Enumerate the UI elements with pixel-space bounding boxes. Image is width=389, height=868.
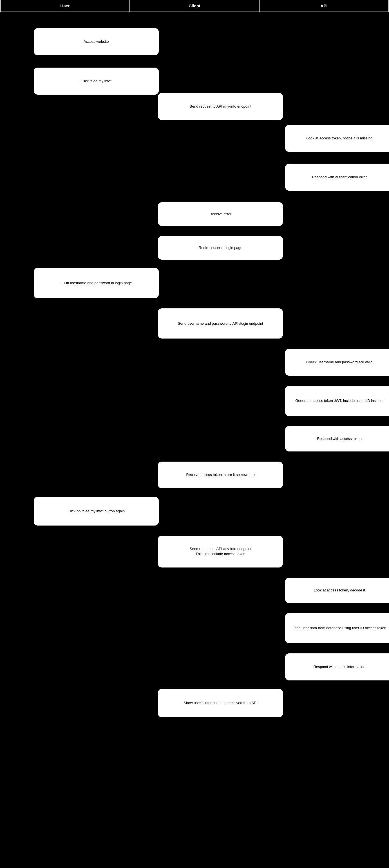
receive-error: Receive error <box>158 202 283 226</box>
redirect-login: Redirect user to login page <box>158 236 283 260</box>
respond-access-token: Respond with access token <box>285 426 389 452</box>
generate-access-token: Generate access token JWT, include user'… <box>285 386 389 416</box>
send-username-password: Send username and password to API /login… <box>158 308 283 339</box>
look-at-access-token-missing: Look at access token, notice it is missi… <box>285 125 389 152</box>
respond-auth-error: Respond with authentication error <box>285 164 389 191</box>
check-username-password: Check username and password are valid <box>285 349 389 376</box>
header-user: User <box>0 0 130 11</box>
receive-store-token: Receive access token, store it somewhere <box>158 462 283 489</box>
header-client: Client <box>130 0 260 11</box>
access-website: Access website <box>34 28 159 55</box>
respond-user-info: Respond with user's information <box>285 653 389 680</box>
diagram-header: User Client API <box>0 0 389 12</box>
diagram-area: Access websiteClick "See my info"Send re… <box>0 12 389 868</box>
load-user-data: Load user data from database using user … <box>285 613 389 644</box>
look-at-access-token-decode: Look at access token, decode it <box>285 578 389 603</box>
send-request-my-info-2: Send request to API /my-info endpoint Th… <box>158 536 283 568</box>
header-api: API <box>260 0 389 11</box>
click-see-my-info: Click "See my info" <box>34 68 159 95</box>
click-see-my-info-again: Click on "See my info" button again <box>34 497 159 526</box>
send-request-my-info: Send request to API /my-info endpoint <box>158 93 283 120</box>
show-user-info: Show user's information as received from… <box>158 689 283 718</box>
fill-username-password: Fill in username and password in login p… <box>34 268 159 298</box>
